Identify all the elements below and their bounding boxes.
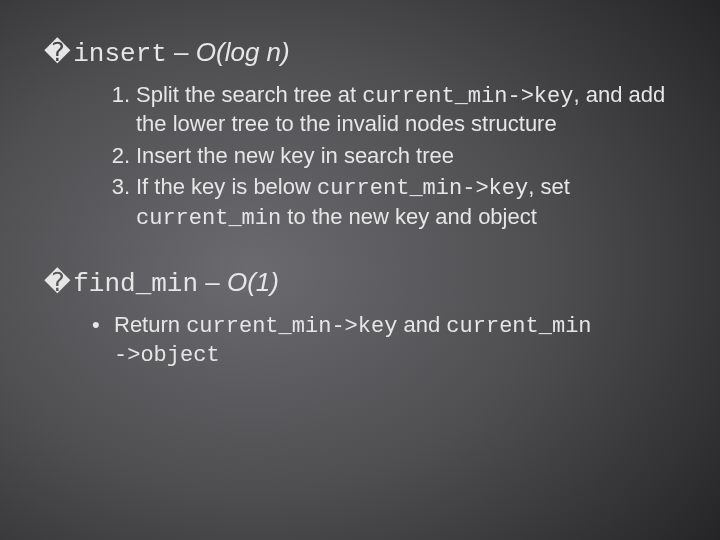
code: current_min->key <box>362 84 573 109</box>
insert-fn-name: insert <box>73 39 167 69</box>
findmin-complexity: O(1) <box>227 267 279 297</box>
list-item: Insert the new key in search tree <box>136 142 684 170</box>
text: Insert the new key in search tree <box>136 143 454 168</box>
separator: – <box>167 37 196 67</box>
code: current_min->key <box>186 314 397 339</box>
text: If the key is below <box>136 174 317 199</box>
text: Split the search tree at <box>136 82 362 107</box>
list-item: Split the search tree at current_min->ke… <box>136 81 684 138</box>
code: current_min <box>136 206 281 231</box>
list-item: If the key is below current_min->key, se… <box>136 173 684 232</box>
text: , set <box>528 174 570 199</box>
list-item: Return current_min->key and current_min … <box>114 311 684 370</box>
findmin-header: � find_min – O(1) <box>44 266 684 301</box>
slide: � insert – O(log n) Split the search tre… <box>0 0 720 540</box>
bullet-icon: � <box>44 36 66 69</box>
insert-complexity: O(log n) <box>196 37 290 67</box>
bullet-icon: � <box>44 266 66 299</box>
insert-steps: Split the search tree at current_min->ke… <box>44 81 684 233</box>
text: to the new key and object <box>281 204 537 229</box>
text: Return <box>114 312 186 337</box>
findmin-steps: Return current_min->key and current_min … <box>44 311 684 370</box>
separator: – <box>198 267 227 297</box>
code: current_min->key <box>317 176 528 201</box>
findmin-fn-name: find_min <box>73 269 198 299</box>
insert-header: � insert – O(log n) <box>44 36 684 71</box>
text: and <box>397 312 446 337</box>
